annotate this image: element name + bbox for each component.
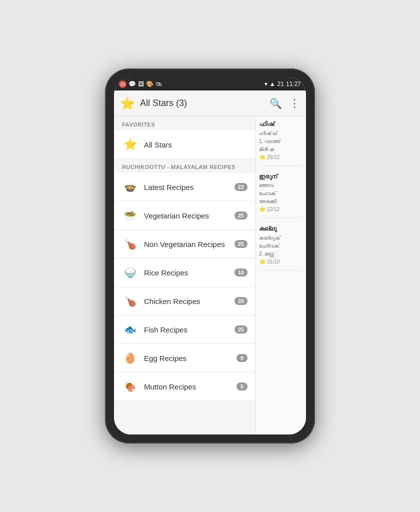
- rp-kallu-star-icon: ⭐: [259, 258, 266, 265]
- vegetarian-recipes-item[interactable]: 🥗 Vegetarian Recipes 25: [114, 202, 256, 230]
- chicken-recipes-label: Chicken Recipes: [144, 297, 234, 306]
- rp-fish-sub3: മിൻ ക: [259, 146, 303, 153]
- rp-kallu-title: കല്ലു: [259, 225, 303, 233]
- all-stars-label: All Stars: [144, 140, 248, 149]
- header-star-icon: ⭐: [120, 96, 135, 110]
- content-area: FAVORITES ⭐ All Stars RUCHIKOOTTU - MALA…: [114, 116, 306, 434]
- rp-irun-sub3: അരക്കി: [259, 198, 303, 205]
- rp-fish-sub2: 1. വടത്ത്: [259, 138, 303, 145]
- egg-recipes-label: Egg Recipes: [144, 354, 236, 362]
- latest-recipes-item[interactable]: 🍲 Latest Recipes 22: [114, 173, 256, 202]
- shopping-icon: 🛍: [156, 80, 162, 88]
- rp-item-irun[interactable]: ഇരുന് ഞ്ഞവ ചേവക് അരക്കി ⭐ 12/12: [259, 173, 303, 218]
- rp-kallu-sub2: ചേർവക്: [259, 242, 303, 250]
- rp-irun-star-icon: ⭐: [259, 206, 266, 212]
- egg-recipes-badge: 9: [236, 354, 248, 362]
- non-veg-recipes-badge: 25: [234, 240, 248, 248]
- more-options-button[interactable]: ⋮: [289, 97, 300, 110]
- rice-recipes-badge: 10: [234, 268, 248, 276]
- latest-recipes-badge: 22: [234, 183, 248, 191]
- fish-recipes-icon: 🐟: [122, 322, 138, 338]
- fish-recipes-badge: 25: [234, 326, 248, 334]
- vegetarian-recipes-badge: 25: [234, 212, 248, 220]
- rice-recipes-icon: 🍚: [122, 264, 138, 280]
- latest-recipes-icon: 🍲: [122, 179, 138, 195]
- recipes-section-header: RUCHIKOOTTU - MALAYALAM RECIPES: [114, 159, 256, 173]
- right-panel: ഫിഷ് ഹിഷ് ല് 1. വടത്ത് മിൻ ക ⭐ 26/12 ഇരു…: [256, 116, 306, 434]
- rp-kallu-sub3: 2. മണ്ണ: [259, 250, 303, 258]
- rp-fish-date: ⭐ 26/12: [259, 154, 303, 160]
- mutton-recipes-icon: 🍖: [122, 378, 138, 394]
- mutton-recipes-label: Mutton Recipes: [144, 382, 236, 391]
- rp-kallu-sub1: കല്ലുക്: [259, 234, 303, 242]
- rp-fish-sub1: ഹിഷ് ല്: [259, 130, 303, 137]
- all-stars-item[interactable]: ⭐ All Stars: [114, 130, 256, 159]
- latest-recipes-label: Latest Recipes: [144, 183, 234, 192]
- rp-irun-sub2: ചേവക്: [259, 190, 303, 197]
- egg-recipes-icon: 🥚: [122, 350, 138, 366]
- fish-recipes-item[interactable]: 🐟 Fish Recipes 25: [114, 316, 256, 344]
- status-right: ▾ ▲ 21 11:27: [264, 80, 301, 88]
- chicken-recipes-icon: 🍗: [122, 293, 138, 309]
- non-veg-recipes-label: Non Vegetarian Recipes: [144, 240, 234, 248]
- vegetarian-recipes-label: Vegetarian Recipes: [144, 212, 234, 220]
- rp-item-fish[interactable]: ഫിഷ് ഹിഷ് ല് 1. വടത്ത് മിൻ ക ⭐ 26/12: [259, 120, 303, 166]
- rp-fish-star-icon: ⭐: [259, 154, 266, 160]
- status-left: 21 💬 🖼 🎨 🛍: [119, 80, 162, 88]
- favorites-section-header: FAVORITES: [114, 116, 256, 130]
- mutton-recipes-item[interactable]: 🍖 Mutton Recipes 5: [114, 372, 256, 401]
- mutton-recipes-badge: 5: [236, 382, 248, 390]
- rp-item-kallu[interactable]: കല്ലു കല്ലുക് ചേർവക് 2. മണ്ണ ⭐ 31/10: [259, 225, 303, 270]
- rice-recipes-item[interactable]: 🍚 Rice Recipes 10: [114, 258, 256, 287]
- whatsapp-icon: 💬: [128, 80, 136, 88]
- rp-kallu-date: ⭐ 31/10: [259, 258, 303, 265]
- search-button[interactable]: 🔍: [270, 98, 282, 110]
- rp-irun-sub1: ഞ്ഞവ: [259, 182, 303, 189]
- phone-screen: 21 💬 🖼 🎨 🛍 ▾ ▲ 21 11:27 ⭐ All Stars (3) …: [114, 78, 306, 434]
- battery-level: 21: [278, 80, 284, 88]
- status-bar: 21 💬 🖼 🎨 🛍 ▾ ▲ 21 11:27: [114, 78, 306, 90]
- all-stars-icon: ⭐: [122, 136, 138, 152]
- rp-fish-title: ഫിഷ്: [259, 120, 303, 128]
- egg-recipes-item[interactable]: 🥚 Egg Recipes 9: [114, 344, 256, 372]
- chicken-recipes-badge: 20: [234, 297, 248, 305]
- left-panel: FAVORITES ⭐ All Stars RUCHIKOOTTU - MALA…: [114, 116, 256, 434]
- rp-irun-date: ⭐ 12/12: [259, 206, 303, 212]
- phone-device: 21 💬 🖼 🎨 🛍 ▾ ▲ 21 11:27 ⭐ All Stars (3) …: [105, 68, 315, 444]
- wifi-icon: ▾: [264, 80, 268, 88]
- non-vegetarian-recipes-item[interactable]: 🍗 Non Vegetarian Recipes 25: [114, 230, 256, 258]
- photo-icon: 🖼: [138, 80, 144, 88]
- rice-recipes-label: Rice Recipes: [144, 268, 234, 277]
- non-veg-recipes-icon: 🍗: [122, 236, 138, 252]
- app-header: ⭐ All Stars (3) 🔍 ⋮: [114, 90, 306, 116]
- signal-icon: ▲: [270, 80, 276, 88]
- color-icon: 🎨: [146, 80, 154, 88]
- clock: 11:27: [286, 80, 301, 88]
- rp-irun-title: ഇരുന്: [259, 173, 303, 181]
- notification-badge: 21: [119, 80, 126, 88]
- vegetarian-recipes-icon: 🥗: [122, 208, 138, 224]
- fish-recipes-label: Fish Recipes: [144, 326, 234, 334]
- chicken-recipes-item[interactable]: 🍗 Chicken Recipes 20: [114, 287, 256, 316]
- header-title: All Stars (3): [140, 98, 262, 108]
